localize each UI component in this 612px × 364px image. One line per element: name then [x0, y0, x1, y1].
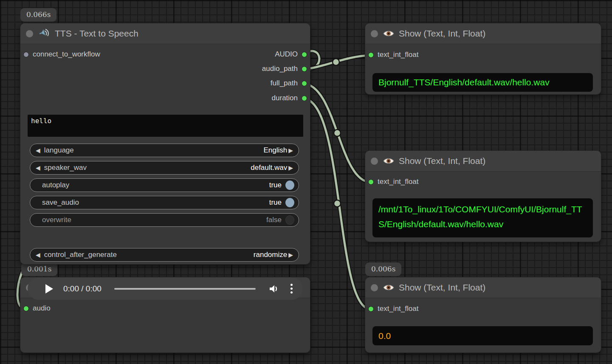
- node-title: Show (Text, Int, Float): [399, 28, 485, 39]
- node-show2[interactable]: Show (Text, Int, Float) text_int_float /…: [365, 151, 601, 242]
- node-show3[interactable]: Show (Text, Int, Float) text_int_float 0…: [365, 277, 601, 353]
- toggle-dot[interactable]: [285, 198, 294, 207]
- audio-time: 0:00 / 0:00: [63, 284, 102, 293]
- input-port-label: audio: [33, 304, 51, 313]
- input-port-dot[interactable]: [368, 306, 374, 312]
- exec-time-badge-tts: 0.066s: [20, 8, 56, 22]
- widget-label: overwrite: [42, 216, 71, 224]
- link-midpoint-dot[interactable]: [334, 200, 341, 207]
- output-port-label: AUDIO: [275, 50, 298, 59]
- widget-autoplay[interactable]: autoplay true: [30, 178, 299, 192]
- input-port-dot[interactable]: [368, 52, 374, 58]
- input-text-int-float[interactable]: text_int_float: [368, 305, 418, 313]
- output-port-dot[interactable]: [302, 66, 307, 72]
- collapse-dot[interactable]: [371, 284, 378, 291]
- combo-right-arrow-icon[interactable]: ▶: [287, 164, 294, 171]
- widget-label: autoplay: [42, 181, 69, 189]
- node-title: Show (Text, Int, Float): [399, 156, 485, 166]
- widget-save-audio[interactable]: save_audio true: [30, 196, 299, 209]
- toggle-dot[interactable]: [285, 181, 294, 190]
- eye-icon: [383, 156, 395, 166]
- output-port-label: audio_path: [262, 65, 298, 73]
- toggle-dot[interactable]: [285, 215, 294, 225]
- exec-time-badge-preview: 0.001s: [21, 262, 57, 276]
- widget-value: false: [266, 216, 282, 224]
- widget-label: control_after_generate: [44, 251, 117, 259]
- eye-icon: [383, 28, 395, 39]
- widget-value: randomize: [254, 251, 287, 259]
- output-port-dot[interactable]: [302, 96, 307, 101]
- widget-control-after-generate[interactable]: ◀ control_after_generate randomize ▶: [30, 248, 299, 262]
- input-text-int-float[interactable]: text_int_float: [368, 51, 418, 59]
- node-tts-header[interactable]: TTS - Text to Speech: [20, 23, 310, 44]
- collapse-dot[interactable]: [371, 30, 378, 37]
- combo-left-arrow-icon[interactable]: ◀: [34, 164, 42, 171]
- widget-language[interactable]: ◀ language English ▶: [30, 144, 299, 157]
- play-button-icon[interactable]: [45, 284, 53, 293]
- node-title: Show (Text, Int, Float): [399, 282, 485, 293]
- output-audio-path[interactable]: audio_path: [262, 65, 307, 73]
- input-port-label: connect_to_workflow: [33, 50, 100, 59]
- audio-progress-bar[interactable]: [114, 288, 256, 290]
- speaker-megaphone-icon: [38, 27, 51, 40]
- node-graph-canvas[interactable]: 0.066s 0.001s 0.006s TTS - Text to Speec…: [0, 0, 612, 364]
- collapse-dot[interactable]: [26, 30, 33, 37]
- text-input[interactable]: hello: [28, 115, 303, 137]
- node-preview-audio[interactable]: PreviewAudio audio 0:00 / 0:00: [20, 277, 310, 353]
- input-port-label: text_int_float: [378, 178, 418, 186]
- combo-left-arrow-icon[interactable]: ◀: [34, 251, 42, 258]
- widget-label: save_audio: [42, 198, 79, 207]
- node-show3-header[interactable]: Show (Text, Int, Float): [365, 277, 601, 298]
- node-title: TTS - Text to Speech: [55, 28, 138, 39]
- input-port-dot[interactable]: [368, 179, 374, 185]
- audio-player[interactable]: 0:00 / 0:00: [28, 277, 303, 300]
- widget-label: speaker_wav: [44, 164, 87, 172]
- widget-value: default.wav: [251, 164, 287, 172]
- input-port-label: text_int_float: [378, 51, 418, 59]
- input-port-dot[interactable]: [23, 52, 29, 57]
- combo-right-arrow-icon[interactable]: ▶: [287, 147, 294, 154]
- output-port-label: full_path: [271, 79, 298, 87]
- output-full-path[interactable]: full_path: [271, 79, 307, 87]
- output-port-dot[interactable]: [302, 81, 307, 86]
- input-port-dot[interactable]: [23, 306, 29, 311]
- widget-value: English: [263, 146, 287, 155]
- output-duration[interactable]: duration: [272, 94, 307, 102]
- output-port-label: duration: [272, 94, 298, 102]
- input-text-int-float[interactable]: text_int_float: [368, 178, 418, 186]
- combo-left-arrow-icon[interactable]: ◀: [34, 147, 42, 154]
- show-value-text[interactable]: /mnt/1To_linux/1To/COMFYUI/ComfyUI/Bjorn…: [372, 198, 593, 237]
- node-show2-header[interactable]: Show (Text, Int, Float): [365, 151, 601, 172]
- input-connect-to-workflow[interactable]: connect_to_workflow: [23, 50, 100, 59]
- widget-value: true: [269, 181, 282, 189]
- node-tts[interactable]: TTS - Text to Speech connect_to_workflow…: [20, 23, 310, 264]
- widget-speaker-wav[interactable]: ◀ speaker_wav default.wav ▶: [30, 161, 299, 175]
- eye-icon: [383, 282, 395, 293]
- input-audio[interactable]: audio: [23, 304, 51, 313]
- widget-value: true: [269, 198, 282, 207]
- exec-time-badge-show3: 0.006s: [365, 262, 401, 276]
- link-midpoint-dot[interactable]: [334, 130, 341, 136]
- collapse-dot[interactable]: [371, 158, 378, 165]
- output-port-dot[interactable]: [302, 52, 307, 57]
- node-show1-header[interactable]: Show (Text, Int, Float): [365, 23, 601, 44]
- link-midpoint-dot[interactable]: [333, 59, 339, 65]
- combo-right-arrow-icon[interactable]: ▶: [287, 251, 294, 258]
- show-value-text[interactable]: Bjornulf_TTS/English/default.wav/hello.w…: [372, 73, 593, 92]
- volume-icon[interactable]: [268, 283, 279, 295]
- player-menu-icon[interactable]: [290, 284, 293, 293]
- output-audio[interactable]: AUDIO: [275, 50, 307, 59]
- widget-label: language: [44, 146, 74, 155]
- show-value-number[interactable]: 0.0: [372, 326, 593, 345]
- node-show1[interactable]: Show (Text, Int, Float) text_int_float B…: [365, 23, 601, 94]
- widget-overwrite[interactable]: overwrite false: [30, 213, 299, 227]
- input-port-label: text_int_float: [378, 305, 418, 313]
